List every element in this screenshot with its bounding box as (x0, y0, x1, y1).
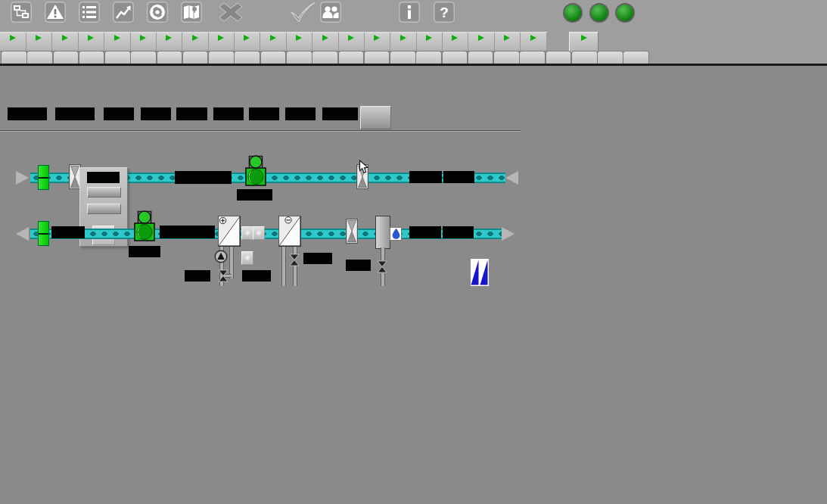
nav-group-b[interactable] (26, 33, 52, 51)
tab-vzt010[interactable] (234, 51, 260, 64)
nav-group-z7[interactable] (494, 33, 521, 51)
tab-vzt013[interactable] (312, 51, 338, 64)
schematics-map-icon (174, 2, 209, 23)
tab-vzt006[interactable] (130, 51, 157, 64)
nav-group-e[interactable] (104, 33, 131, 51)
nav-group-k[interactable] (234, 33, 260, 51)
toolbar-schematics-map[interactable] (174, 2, 209, 32)
tab-vzt001[interactable] (1, 51, 27, 64)
cooling-mode-button[interactable] (87, 204, 121, 214)
play-icon (374, 35, 380, 41)
louvre-symbol-icon (471, 259, 489, 289)
tab-vzt015[interactable] (364, 51, 390, 64)
tab-vzt025[interactable] (597, 51, 623, 64)
play-icon (322, 35, 328, 41)
setpoint-value[interactable] (285, 107, 316, 120)
nav-group-f[interactable] (130, 33, 157, 51)
tab-vzt020[interactable] (493, 51, 520, 64)
tab-vzt011[interactable] (260, 51, 287, 64)
tab-vzt012[interactable] (286, 51, 312, 64)
supply-inlet-damper-icon (38, 165, 49, 190)
setpoint-value[interactable] (55, 107, 95, 120)
toolbar-network[interactable] (4, 2, 39, 32)
nav-group-mr[interactable] (260, 33, 287, 51)
toolbar-info[interactable] (392, 2, 427, 32)
tab-vzt016[interactable] (390, 51, 416, 64)
nav-group-g[interactable] (156, 33, 182, 51)
trends-icon (106, 2, 141, 23)
play-icon (114, 35, 120, 41)
play-icon (504, 35, 510, 41)
play-icon (581, 35, 587, 41)
setpoint-value[interactable] (8, 107, 47, 120)
exhaust-temp-right (409, 226, 441, 238)
nav-group-z1[interactable] (364, 33, 390, 51)
setpoint-value[interactable] (104, 107, 134, 120)
tab-vzt014[interactable] (338, 51, 365, 64)
tab-vzt003[interactable] (53, 51, 79, 64)
toolbar-trends[interactable] (106, 2, 141, 32)
humidifier-valve-position (346, 260, 371, 271)
toolbar-close-windows[interactable] (213, 2, 248, 32)
nav-group-s2[interactable] (312, 33, 339, 51)
play-icon (400, 35, 406, 41)
web-fan-icon (140, 2, 175, 23)
nav-group-h[interactable] (182, 33, 209, 51)
led-server (563, 3, 583, 23)
nav-group-z6[interactable] (468, 33, 495, 51)
heating-coil-icon (218, 216, 241, 250)
toolbar-help[interactable]: ? (427, 2, 462, 32)
tab-vzt022[interactable] (519, 51, 546, 64)
cooling-coil-icon (278, 216, 301, 250)
setpoint-value[interactable] (176, 107, 207, 120)
nav-group-a[interactable] (0, 33, 26, 51)
nav-group-z5[interactable] (442, 33, 468, 51)
play-icon (296, 35, 302, 41)
heating-valve-icon (218, 269, 229, 285)
nav-group-d[interactable] (78, 33, 104, 51)
tab-vzt023[interactable] (546, 51, 572, 64)
supply-fan-speed (237, 189, 272, 201)
supply-humidity (443, 171, 474, 183)
nav-group-c[interactable] (52, 33, 79, 51)
mix-damper-position (87, 172, 120, 183)
heater-valve-position (185, 270, 210, 282)
tab-vzt004[interactable] (79, 51, 105, 64)
toolbar-web-fan[interactable] (140, 2, 175, 32)
exhaust-temp-left (51, 226, 85, 238)
help-icon: ? (427, 2, 462, 23)
cooler-valve-position (303, 253, 332, 264)
heating-mode-button[interactable] (87, 187, 121, 198)
tab-vzt002[interactable] (26, 51, 53, 64)
tab-vzt017[interactable] (415, 51, 442, 64)
tab-vzt018[interactable] (442, 51, 468, 64)
power-settings-button[interactable] (360, 106, 391, 129)
tab-vzt005[interactable] (104, 51, 131, 64)
humidifier-icon (375, 216, 390, 249)
led-eps-monoblok (589, 3, 609, 23)
nav-group-z4[interactable] (416, 33, 443, 51)
nav-all-button[interactable] (569, 32, 598, 53)
setpoint-value[interactable] (249, 107, 279, 120)
toolbar-events[interactable] (72, 2, 107, 32)
tab-vzt019[interactable] (468, 51, 494, 64)
tab-vzt027[interactable] (623, 51, 649, 64)
led-eps-ubytovna (615, 3, 635, 23)
nav-group-j[interactable] (208, 33, 235, 51)
nav-group-z2[interactable] (390, 33, 417, 51)
nav-group-vestec[interactable] (521, 33, 547, 51)
nav-group-u[interactable] (338, 33, 365, 51)
nav-group-n3[interactable] (286, 33, 312, 51)
setpoint-value[interactable] (213, 107, 244, 120)
tab-vzt008[interactable] (182, 51, 209, 64)
setpoint-value[interactable] (141, 107, 171, 120)
toolbar-warning[interactable] (38, 2, 73, 32)
tab-vzt007[interactable] (157, 51, 183, 64)
humidifier-valve-icon (377, 260, 387, 276)
tab-vzt009[interactable] (208, 51, 235, 64)
exhaust-fan-speed (129, 246, 160, 257)
setpoint-value[interactable] (322, 107, 358, 120)
play-icon (478, 35, 484, 41)
tab-fcu[interactable] (571, 51, 598, 64)
toolbar-users[interactable] (313, 2, 348, 32)
